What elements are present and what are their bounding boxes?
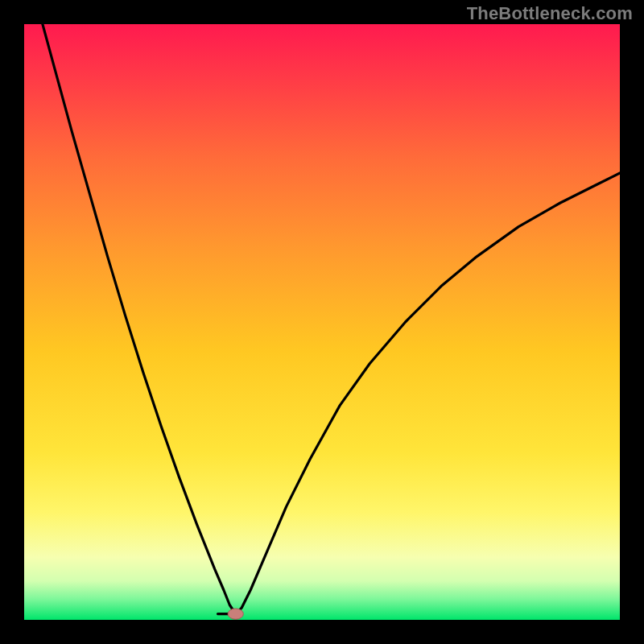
watermark-text: TheBottleneck.com: [467, 3, 633, 24]
gradient-background: [24, 24, 620, 620]
plot-area: [24, 24, 620, 620]
plot-svg: [24, 24, 620, 620]
chart-frame: TheBottleneck.com: [0, 0, 644, 644]
marker-layer: [228, 609, 243, 619]
optimum-marker: [228, 609, 243, 619]
